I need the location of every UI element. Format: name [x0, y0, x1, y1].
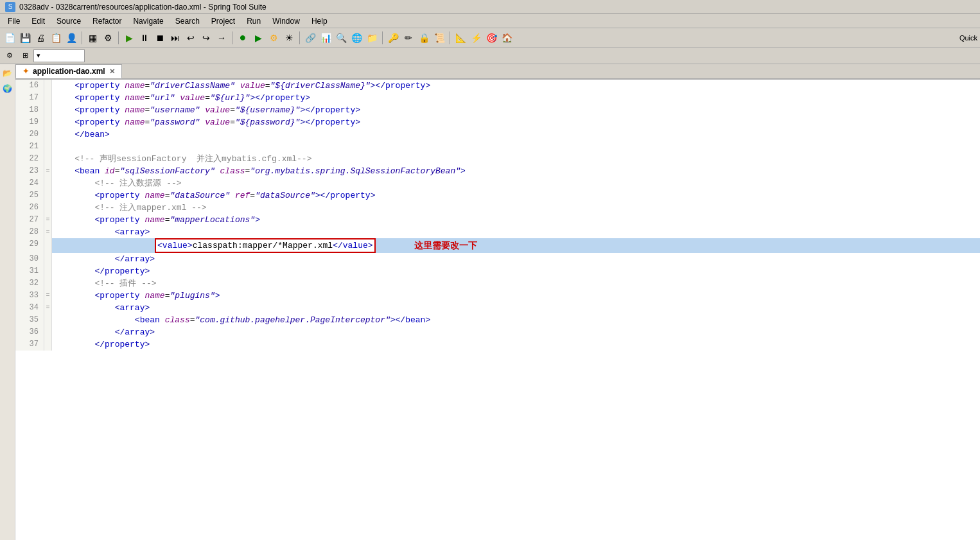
next-btn[interactable]: → — [214, 31, 229, 45]
outline-btn[interactable]: ▦ — [85, 31, 100, 45]
code-line: 31 </property> — [15, 265, 980, 277]
home-btn[interactable]: 🏠 — [500, 31, 514, 45]
menu-navigate[interactable]: Navigate — [128, 15, 168, 27]
key-btn[interactable]: 🔑 — [386, 31, 400, 45]
line-marker — [44, 177, 52, 189]
code-line: 28= <array> — [15, 226, 980, 238]
line-marker: = — [44, 165, 52, 177]
code-line: 18 <property name="username" value="${us… — [15, 104, 980, 116]
step-btn[interactable]: ⏭ — [168, 31, 182, 45]
run-btn[interactable]: ▶ — [122, 31, 136, 45]
sidebar-icon-2[interactable]: 🌍 — [1, 82, 14, 95]
folder-btn[interactable]: 📁 — [365, 31, 379, 45]
code-segment: < — [74, 81, 80, 91]
code-editor[interactable]: 16 <property name="driverClassName" valu… — [15, 80, 980, 540]
code-segment — [55, 266, 94, 276]
search-tool-btn[interactable]: 🔍 — [334, 31, 348, 45]
stop-btn[interactable]: ⏹ — [153, 31, 167, 45]
star-btn[interactable]: ☀ — [282, 31, 296, 45]
code-segment — [55, 191, 94, 200]
code-segment — [175, 93, 180, 103]
new-btn[interactable]: 📄 — [3, 31, 17, 45]
ruler-btn[interactable]: 📐 — [453, 31, 468, 45]
line-marker — [44, 338, 52, 351]
line-number: 22 — [15, 153, 44, 165]
run2-btn[interactable]: ● — [236, 31, 250, 45]
code-segment — [55, 130, 74, 139]
boot-btn[interactable]: ▶ — [251, 31, 265, 45]
pause-btn[interactable]: ⏸ — [137, 31, 152, 45]
menu-file[interactable]: File — [3, 15, 25, 27]
menu-search[interactable]: Search — [170, 15, 205, 27]
menu-source[interactable]: Source — [51, 15, 86, 27]
code-line: 26 <!-- 注入mapper.xml --> — [15, 202, 980, 214]
doc-btn[interactable]: 📜 — [432, 31, 446, 45]
tab-close-btn[interactable]: ✕ — [109, 67, 115, 76]
code-segment: "plugins" — [170, 291, 215, 300]
code-line: 20 </bean> — [15, 128, 980, 141]
code-segment: > — [425, 81, 430, 91]
code-segment: array — [125, 254, 150, 264]
code-segment: > — [144, 266, 150, 276]
code-segment: property — [315, 105, 355, 115]
title-bar: S 0328adv - 0328carrent/resources/applic… — [0, 0, 980, 14]
sidebar-toggle[interactable]: ⚙ — [3, 49, 17, 63]
line-number: 31 — [15, 265, 44, 277]
code-segment: > — [150, 327, 155, 337]
code-segment: property — [385, 81, 425, 91]
code-segment: value — [180, 93, 205, 103]
select-btn[interactable]: ⚙ — [101, 31, 115, 45]
code-segment: property — [330, 191, 370, 200]
line-content: <property name="driverClassName" value="… — [52, 80, 980, 92]
code-segment: "${password}" — [235, 118, 300, 127]
code-segment: ref — [235, 191, 250, 200]
target-btn[interactable]: 🎯 — [484, 31, 498, 45]
code-segment: name — [125, 118, 144, 127]
menu-project[interactable]: Project — [206, 15, 240, 27]
menu-run[interactable]: Run — [241, 15, 266, 27]
code-segment: name — [144, 215, 164, 225]
sidebar-icon-1[interactable]: 📂 — [1, 67, 14, 80]
menu-help[interactable]: Help — [306, 15, 333, 27]
web-btn[interactable]: 🌐 — [349, 31, 363, 45]
undo-btn[interactable]: ↩ — [184, 31, 198, 45]
menu-bar: File Edit Source Refactor Navigate Searc… — [0, 14, 980, 28]
code-segment: </ — [74, 130, 85, 139]
perspective-dropdown[interactable]: ▾ — [33, 49, 85, 62]
tab-application-dao[interactable]: ✦ application-dao.xml ✕ — [15, 64, 122, 78]
line-indent — [55, 240, 155, 252]
menu-window[interactable]: Window — [267, 15, 305, 27]
link-btn[interactable]: 🔗 — [303, 31, 317, 45]
code-segment: property — [105, 340, 144, 349]
redo-btn[interactable]: ↪ — [199, 31, 213, 45]
code-segment — [55, 340, 94, 349]
sep1 — [82, 31, 82, 44]
line-number: 35 — [15, 314, 44, 326]
cfg-btn[interactable]: ⚙ — [267, 31, 281, 45]
grid-btn[interactable]: ⊞ — [18, 49, 32, 63]
code-segment: > — [144, 303, 150, 313]
code-segment: class — [220, 166, 245, 176]
code-segment: bean — [85, 130, 105, 139]
bolt-btn[interactable]: ⚡ — [469, 31, 483, 45]
line-marker — [44, 141, 52, 153]
code-line: 23= <bean id="sqlSessionFactory" class="… — [15, 165, 980, 177]
menu-edit[interactable]: Edit — [26, 15, 50, 27]
copy-btn[interactable]: 📋 — [49, 31, 63, 45]
print-btn[interactable]: 🖨 — [33, 31, 48, 45]
save-btn[interactable]: 💾 — [18, 31, 32, 45]
line-marker: = — [44, 302, 52, 314]
code-line: 21 — [15, 141, 980, 153]
line-number: 34 — [15, 302, 44, 314]
chart-btn[interactable]: 📊 — [319, 31, 333, 45]
code-line: 24 <!-- 注入数据源 --> — [15, 177, 980, 189]
code-segment — [55, 203, 94, 213]
menu-refactor[interactable]: Refactor — [87, 15, 127, 27]
code-segment: > — [355, 118, 360, 127]
person-btn[interactable]: 👤 — [64, 31, 78, 45]
edit2-btn[interactable]: ✏ — [401, 31, 416, 45]
line-content: <property name="dataSource" ref="dataSou… — [52, 189, 980, 202]
code-segment: name — [125, 105, 144, 115]
code-segment — [230, 191, 235, 200]
lock-btn[interactable]: 🔒 — [417, 31, 431, 45]
